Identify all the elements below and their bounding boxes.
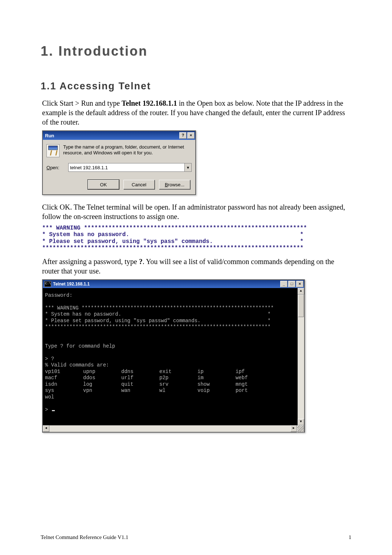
open-combo[interactable]: ▼ xyxy=(68,163,192,172)
telnet-titlebar: C:\ Telnet 192.168.1.1 _ □ × xyxy=(43,280,304,288)
command-row: macfddosurlfp2pimwebf xyxy=(45,375,295,381)
scroll-down-button[interactable]: ▼ xyxy=(298,419,304,425)
vertical-scrollbar[interactable]: ▲ ▼ xyxy=(298,288,304,425)
run-dialog: Run ? × Type the name of a program, fold… xyxy=(42,130,196,195)
cancel-button[interactable]: Cancel xyxy=(123,180,155,189)
paragraph-3: After assigning a password, type ?. You … xyxy=(42,257,351,276)
command-row: vp101upnpddnsexitipipf xyxy=(45,369,295,375)
chapter-heading: 1. Introduction xyxy=(41,44,351,59)
command-row: wol xyxy=(45,394,295,401)
telnet-window: C:\ Telnet 192.168.1.1 _ □ × Password: *… xyxy=(42,279,305,433)
minimize-button[interactable]: _ xyxy=(280,281,287,287)
cursor xyxy=(52,410,55,411)
maximize-button[interactable]: □ xyxy=(288,281,295,287)
close-button[interactable]: × xyxy=(296,281,303,287)
run-icon xyxy=(46,144,60,157)
paragraph-3-pre: After assigning a password, type xyxy=(42,258,139,266)
paragraph-3-bold: ? xyxy=(139,258,143,266)
browse-button[interactable]: Browse... xyxy=(159,180,190,189)
page-number: 1 xyxy=(349,534,352,540)
warning-snippet: *** WARNING ****************************… xyxy=(42,225,351,252)
run-title-text: Run xyxy=(45,133,179,138)
open-input[interactable] xyxy=(69,163,184,171)
warn-line: * System has no password. * xyxy=(45,311,271,317)
cmd-icon: C:\ xyxy=(44,281,51,287)
scroll-left-button[interactable]: ◄ xyxy=(43,425,49,432)
scroll-up-button[interactable]: ▲ xyxy=(298,288,304,295)
terminal-output[interactable]: Password: *** WARNING ******************… xyxy=(43,288,298,425)
prompt-line: > ? xyxy=(45,356,54,362)
paragraph-1-pre: Click Start > Run and type xyxy=(42,99,122,107)
scroll-thumb[interactable] xyxy=(298,295,304,317)
horizontal-scrollbar[interactable]: ◄ ► xyxy=(43,425,304,432)
close-button[interactable]: × xyxy=(187,132,195,139)
scroll-track[interactable] xyxy=(298,295,304,419)
prompt-line: > xyxy=(45,407,51,413)
paragraph-1: Click Start > Run and type Telnet 192.16… xyxy=(42,98,351,127)
resize-grip[interactable] xyxy=(297,425,304,433)
dropdown-button[interactable]: ▼ xyxy=(184,163,191,171)
help-button[interactable]: ? xyxy=(179,132,187,139)
section-heading: 1.1 Accessing Telnet xyxy=(41,81,351,92)
command-row: isdnlogquitsrvshowmngt xyxy=(45,381,295,388)
open-label: Open: xyxy=(46,165,65,170)
telnet-title-text: Telnet 192.168.1.1 xyxy=(53,281,279,287)
ok-button[interactable]: OK xyxy=(88,180,119,189)
run-description: Type the name of a program, folder, docu… xyxy=(63,144,192,156)
scroll-track[interactable] xyxy=(49,425,290,432)
warn-line: * Please set password, using "sys passwd… xyxy=(45,318,271,324)
paragraph-2: Click OK. The Telnet terminal will be op… xyxy=(42,202,351,221)
footer-title: Telnet Command Reference Guide V1.1 xyxy=(41,534,128,540)
chevron-down-icon: ▼ xyxy=(186,166,190,170)
command-row: sysvpnwanwlvoipport xyxy=(45,388,295,394)
help-hint: Type ? for command help xyxy=(45,343,115,349)
warn-line: ****************************************… xyxy=(45,324,271,330)
paragraph-1-bold: Telnet 192.168.1.1 xyxy=(122,99,177,107)
valid-commands-header: % Valid commands are: xyxy=(45,362,109,368)
warn-line: *** WARNING ****************************… xyxy=(45,305,274,311)
password-prompt: Password: xyxy=(45,292,73,298)
scroll-right-button[interactable]: ► xyxy=(290,425,297,432)
run-titlebar: Run ? × xyxy=(43,131,195,140)
